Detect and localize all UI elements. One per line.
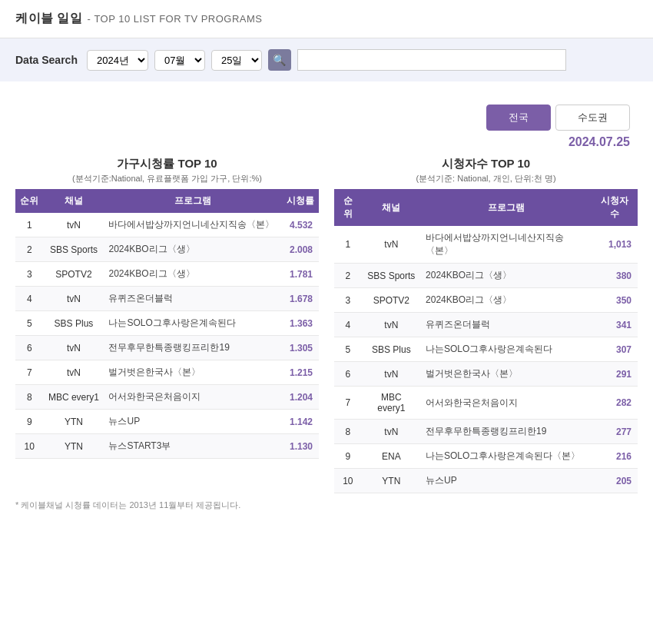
channel: YTN [43,434,104,459]
channel: SBS Plus [362,337,421,362]
rank: 9 [15,410,43,434]
rank: 4 [15,287,43,311]
rank: 1 [334,226,362,264]
table-row: 10 YTN 뉴스START3부 1.130 [15,434,319,459]
program: 바다에서밥상까지언니네산지직송〈본〉 [104,213,281,237]
tables-container: 가구시청률 TOP 10 (분석기준:National, 유료플랫폼 가입 가구… [0,157,653,493]
table1-header: 순위 채널 프로그램 시청률 [15,189,319,213]
search-label: Data Search [15,54,78,66]
rank: 3 [334,288,362,313]
rank: 5 [334,337,362,362]
footer-note: * 케이블채널 시청률 데이터는 2013년 11월부터 제공됩니다. [0,493,653,517]
page-header: 케이블 일일- TOP 10 LIST FOR TV PROGRAMS [0,0,653,38]
region-button-group: 전국 수도권 [0,97,653,134]
table2-subtitle: (분석기준: National, 개인, 단위:천 명) [334,173,638,184]
rating: 1.363 [281,311,319,336]
channel: tvN [362,313,421,337]
channel: SBS Sports [43,237,104,262]
rating: 1.130 [281,434,319,459]
table1-title: 가구시청률 TOP 10 [15,157,319,171]
program: 유퀴즈온더블럭 [104,287,281,311]
program: 나는SOLO그후사랑은계속된다 [104,311,281,336]
table-row: 7 MBC every1 어서와한국은처음이지 282 [334,387,638,420]
rank: 2 [15,237,43,262]
program: 유퀴즈온더블럭 [421,313,592,337]
rating: 1.781 [281,262,319,287]
table1-subtitle: (분석기준:National, 유료플랫폼 가입 가구, 단위:%) [15,173,319,184]
channel: tvN [362,420,421,444]
col-program-2: 프로그램 [421,189,592,226]
month-select[interactable]: 01월02월03월04월05월06월07월08월09월10월11월12월 [154,50,205,71]
table-row: 8 MBC every1 어서와한국은처음이지 1.204 [15,385,319,410]
rating: 2.008 [281,237,319,262]
program: 벌거벗은한국사〈본〉 [104,360,281,385]
rating: 1.204 [281,385,319,410]
table-row: 9 YTN 뉴스UP 1.142 [15,410,319,434]
program: 바다에서밥상까지언니네산지직송〈본〉 [421,226,592,264]
program: 나는SOLO그후사랑은계속된다〈본〉 [421,444,592,469]
rank: 5 [15,311,43,336]
table-row: 7 tvN 벌거벗은한국사〈본〉 1.215 [15,360,319,385]
program: 어서와한국은처음이지 [104,385,281,410]
channel: tvN [43,213,104,237]
program: 뉴스UP [104,410,281,434]
title-main: 케이블 일일 [15,12,82,25]
table-row: 4 tvN 유퀴즈온더블럭 341 [334,313,638,337]
rank: 8 [334,420,362,444]
viewer-count: 216 [592,444,638,469]
channel: tvN [362,226,421,264]
viewer-count-table: 순위 채널 프로그램 시청자수 1 tvN 바다에서밥상까지언니네산지직송〈본〉… [334,189,638,493]
program: 전무후무한특종랭킹프리한19 [421,420,592,444]
col-rating-1: 시청률 [281,189,319,213]
col-channel-1: 채널 [43,189,104,213]
rank: 10 [334,469,362,493]
year-select[interactable]: 2024년2023년2022년 [87,50,148,71]
day-select[interactable]: 01일02일03일04일05일06일07일08일09일10일11일12일13일1… [211,50,262,71]
table-viewer-count: 시청자수 TOP 10 (분석기준: National, 개인, 단위:천 명)… [326,157,645,493]
channel: ENA [362,444,421,469]
table2-header: 순위 채널 프로그램 시청자수 [334,189,638,226]
program: 벌거벗은한국사〈본〉 [421,362,592,387]
program: 나는SOLO그후사랑은계속된다 [421,337,592,362]
program: 2024KBO리그〈생〉 [421,288,592,313]
viewer-count: 307 [592,337,638,362]
table-row: 1 tvN 바다에서밥상까지언니네산지직송〈본〉 4.532 [15,213,319,237]
table-row: 10 YTN 뉴스UP 205 [334,469,638,493]
search-input[interactable] [297,49,566,71]
rank: 1 [15,213,43,237]
rating: 1.305 [281,336,319,360]
table-row: 1 tvN 바다에서밥상까지언니네산지직송〈본〉 1,013 [334,226,638,264]
channel: MBC every1 [43,385,104,410]
table-row: 4 tvN 유퀴즈온더블럭 1.678 [15,287,319,311]
page-title: 케이블 일일- TOP 10 LIST FOR TV PROGRAMS [15,12,263,25]
channel: tvN [362,362,421,387]
region-btn-national[interactable]: 전국 [486,105,551,131]
table2-title: 시청자수 TOP 10 [334,157,638,171]
viewer-count: 341 [592,313,638,337]
channel: SPOTV2 [362,288,421,313]
title-subtitle: - TOP 10 LIST FOR TV PROGRAMS [87,13,262,25]
channel: tvN [43,287,104,311]
table-row: 2 SBS Sports 2024KBO리그〈생〉 380 [334,264,638,288]
col-rank-2: 순위 [334,189,362,226]
viewer-count: 291 [592,362,638,387]
table-row: 9 ENA 나는SOLO그후사랑은계속된다〈본〉 216 [334,444,638,469]
rank: 7 [334,387,362,420]
channel: SBS Plus [43,311,104,336]
rating: 1.215 [281,360,319,385]
search-bar: Data Search 2024년2023년2022년 01월02월03월04월… [0,38,653,81]
rank: 7 [15,360,43,385]
search-button[interactable]: 🔍 [268,49,291,71]
program: 2024KBO리그〈생〉 [104,262,281,287]
program: 뉴스UP [421,469,592,493]
table-row: 5 SBS Plus 나는SOLO그후사랑은계속된다 307 [334,337,638,362]
viewer-count: 282 [592,387,638,420]
region-btn-metro[interactable]: 수도권 [555,105,630,131]
rating: 1.678 [281,287,319,311]
rank: 4 [334,313,362,337]
channel: SBS Sports [362,264,421,288]
channel: YTN [362,469,421,493]
table1-body: 1 tvN 바다에서밥상까지언니네산지직송〈본〉 4.532 2 SBS Spo… [15,213,319,459]
rank: 6 [15,336,43,360]
channel: tvN [43,336,104,360]
